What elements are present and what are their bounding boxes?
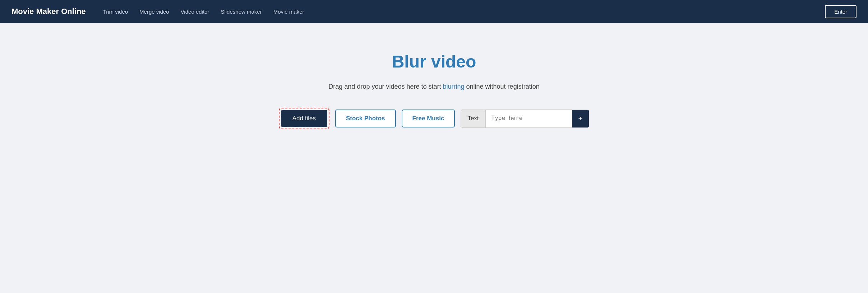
- free-music-button[interactable]: Free Music: [402, 110, 455, 127]
- nav-links: Trim video Merge video Video editor Slid…: [103, 9, 825, 15]
- text-input-group: Text +: [461, 110, 589, 128]
- subtitle-text-before: Drag and drop your videos here to start: [328, 83, 443, 90]
- page-title: Blur video: [392, 52, 476, 71]
- text-label: Text: [461, 110, 485, 127]
- brand-logo: Movie Maker Online: [11, 7, 86, 16]
- nav-link-movie-maker[interactable]: Movie maker: [273, 9, 304, 15]
- subtitle-highlight: blurring: [443, 83, 465, 90]
- nav-link-slideshow-maker[interactable]: Slideshow maker: [221, 9, 262, 15]
- subtitle-text-after: online without registration: [465, 83, 540, 90]
- main-content: Blur video Drag and drop your videos her…: [0, 23, 868, 129]
- nav-link-trim-video[interactable]: Trim video: [103, 9, 128, 15]
- add-files-button[interactable]: Add files: [281, 110, 327, 127]
- stock-photos-button[interactable]: Stock Photos: [335, 110, 396, 127]
- subtitle: Drag and drop your videos here to start …: [328, 83, 539, 90]
- add-files-wrapper: Add files: [279, 108, 329, 129]
- navbar: Movie Maker Online Trim video Merge vide…: [0, 0, 868, 23]
- nav-link-video-editor[interactable]: Video editor: [181, 9, 209, 15]
- toolbar-row: Add files Stock Photos Free Music Text +: [279, 108, 590, 129]
- nav-link-merge-video[interactable]: Merge video: [139, 9, 169, 15]
- text-plus-button[interactable]: +: [572, 110, 589, 127]
- text-input[interactable]: [486, 110, 572, 127]
- enter-button[interactable]: Enter: [825, 5, 857, 18]
